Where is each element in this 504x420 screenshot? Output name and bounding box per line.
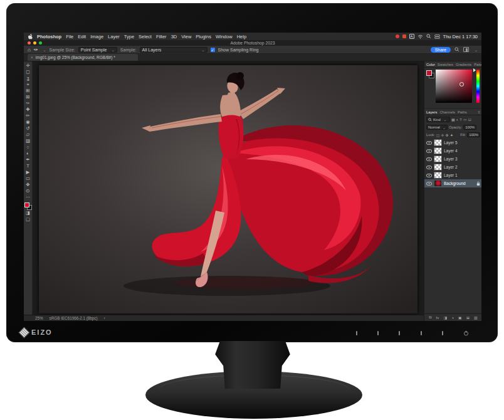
home-icon[interactable]: ⌂	[28, 47, 31, 53]
layer-effects-icon[interactable]: fx	[436, 316, 439, 320]
clone-stamp-tool-icon[interactable]: ◉	[26, 119, 30, 125]
quick-mask-icon[interactable]: ◨	[26, 210, 30, 216]
document-tab[interactable]: × img01.jpeg @ 25% (Background, RGB/8#) …	[28, 54, 138, 61]
monitor-button[interactable]	[421, 331, 422, 335]
menubar-clock[interactable]: Thu Dec 1 17:30	[443, 34, 478, 39]
input-source-icon[interactable]: A	[409, 34, 414, 39]
tab-patterns[interactable]: Patterns	[474, 63, 481, 66]
zoom-level[interactable]: 25%	[35, 316, 43, 320]
filter-smart-objects-icon[interactable]: ⊡	[468, 117, 471, 122]
menu-file[interactable]: File	[66, 34, 73, 39]
sample-layers-dropdown[interactable]: All Layers ⌄	[140, 47, 207, 53]
tab-color[interactable]: Color	[426, 63, 435, 66]
layer-row[interactable]: Layer 5	[424, 139, 481, 147]
frame-tool-icon[interactable]: ⊠	[26, 94, 29, 100]
move-tool-icon[interactable]: ✛	[26, 63, 29, 69]
notification-dot-icon[interactable]	[396, 34, 399, 38]
screen-mode-icon[interactable]: ▢	[26, 216, 30, 223]
lasso-tool-icon[interactable]: ʓ	[26, 75, 29, 81]
layer-row[interactable]: Layer 2	[424, 163, 481, 171]
monitor-button[interactable]	[399, 331, 400, 335]
menubar-app-name[interactable]: Photoshop	[37, 34, 61, 39]
layer-row-background-selected[interactable]: Background	[424, 179, 481, 187]
tab-swatches[interactable]: Swatches	[438, 63, 453, 66]
layer-row[interactable]: Layer 1	[424, 171, 481, 179]
opacity-dropdown[interactable]: 100%	[463, 125, 476, 130]
layer-row[interactable]: Layer 3	[424, 155, 481, 163]
monitor-button[interactable]	[356, 331, 357, 335]
menu-view[interactable]: View	[181, 34, 191, 39]
marquee-tool-icon[interactable]: ◻	[26, 69, 29, 75]
add-layer-mask-icon[interactable]: ◨	[443, 315, 447, 320]
status-chevron-icon[interactable]: ›	[104, 316, 105, 320]
layer-filter-kind-dropdown[interactable]: Kind ⌄	[426, 117, 450, 122]
visibility-eye-icon[interactable]	[426, 165, 432, 169]
menu-edit[interactable]: Edit	[78, 34, 86, 39]
power-button-icon[interactable]	[463, 330, 469, 336]
layer-thumbnail[interactable]	[434, 147, 442, 154]
workspace-caret-icon[interactable]: ⌄	[475, 48, 478, 52]
new-group-icon[interactable]: ▣	[458, 315, 462, 320]
visibility-eye-icon[interactable]	[426, 149, 432, 153]
visibility-eye-icon[interactable]	[426, 174, 432, 177]
history-brush-tool-icon[interactable]: ↺	[26, 125, 29, 132]
show-sampling-ring-checkbox[interactable]: ✓	[211, 48, 215, 52]
show-sampling-ring-label[interactable]: Show Sampling Ring	[218, 48, 259, 52]
hand-tool-icon[interactable]: ✥	[26, 182, 29, 188]
layer-thumbnail[interactable]	[434, 155, 442, 162]
color-saturation-field[interactable]	[436, 70, 472, 103]
eraser-tool-icon[interactable]: ▱	[26, 132, 30, 138]
pen-tool-icon[interactable]: ✒	[26, 157, 29, 163]
menu-layer[interactable]: Layer	[108, 34, 120, 39]
lock-transparency-icon[interactable]: ◫	[436, 133, 440, 137]
zoom-tool-icon[interactable]: ⊙	[26, 188, 29, 194]
visibility-eye-icon[interactable]	[426, 182, 432, 186]
layer-row[interactable]: Layer 4	[424, 147, 481, 155]
color-panel-swatches[interactable]	[426, 70, 434, 78]
wifi-icon[interactable]	[417, 34, 423, 39]
workspace-switcher-icon[interactable]	[463, 47, 469, 52]
more-tools-icon[interactable]: ⋯	[26, 194, 31, 201]
filter-pixel-layers-icon[interactable]: ▦	[451, 117, 455, 122]
hue-slider[interactable]	[476, 70, 480, 103]
type-tool-icon[interactable]: T	[26, 163, 29, 169]
close-tab-icon[interactable]: ×	[31, 55, 33, 60]
menu-select[interactable]: Select	[139, 34, 152, 39]
lock-pixels-icon[interactable]: ✛	[441, 133, 444, 137]
filter-adjustment-layers-icon[interactable]: ◐	[456, 118, 459, 122]
lock-position-icon[interactable]: ✥	[446, 133, 449, 137]
blend-mode-dropdown[interactable]: Normal ⌄	[426, 125, 448, 130]
filter-type-layers-icon[interactable]: T	[459, 118, 462, 122]
share-button[interactable]: Share	[431, 47, 451, 53]
control-center-icon[interactable]	[434, 34, 440, 39]
monitor-button[interactable]	[442, 331, 443, 335]
layer-thumbnail[interactable]	[434, 139, 442, 146]
dodge-tool-icon[interactable]: ◐	[26, 150, 29, 157]
photo-dancer-red-dress[interactable]	[39, 65, 417, 313]
visibility-eye-icon[interactable]	[426, 157, 432, 161]
blur-tool-icon[interactable]: ○	[26, 144, 29, 150]
eyedropper-tool-preset-icon[interactable]: ✑	[34, 47, 38, 53]
monitor-button[interactable]	[377, 331, 379, 335]
layer-thumbnail[interactable]	[434, 164, 442, 171]
adjustment-layer-icon[interactable]: ◑	[451, 316, 454, 320]
tab-paths[interactable]: Paths	[458, 110, 467, 114]
filter-shape-layers-icon[interactable]: ▭	[463, 117, 467, 122]
eyedropper-tool-icon[interactable]: ✑	[26, 100, 29, 107]
menu-window[interactable]: Window	[216, 34, 233, 39]
gradient-tool-icon[interactable]: ▨	[26, 138, 30, 144]
spotlight-search-icon[interactable]	[426, 34, 431, 39]
sample-size-dropdown[interactable]: Point Sample ⌄	[78, 47, 117, 53]
brush-tool-icon[interactable]: ✏	[26, 113, 29, 119]
layer-thumbnail[interactable]	[434, 180, 442, 187]
color-picker-cursor[interactable]	[459, 82, 464, 87]
object-selection-tool-icon[interactable]: ⌖	[26, 81, 29, 88]
menu-3d[interactable]: 3D	[171, 34, 177, 39]
shape-tool-icon[interactable]: ▭	[26, 176, 30, 182]
menu-filter[interactable]: Filter	[156, 34, 167, 39]
menu-help[interactable]: Help	[237, 34, 246, 39]
delete-layer-icon[interactable]: ▥	[474, 315, 478, 320]
tab-layers[interactable]: Layers	[426, 110, 437, 114]
layer-thumbnail[interactable]	[434, 172, 442, 179]
menu-image[interactable]: Image	[90, 34, 103, 39]
